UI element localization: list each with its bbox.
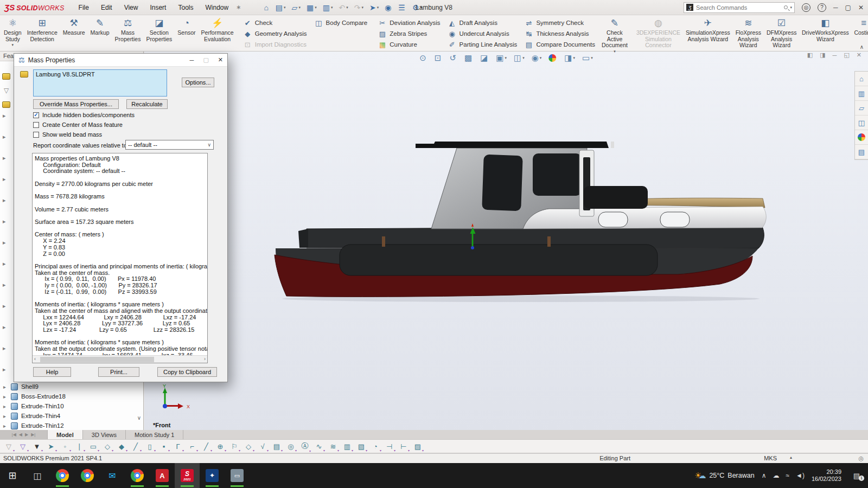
options-button[interactable]: Options... bbox=[182, 78, 214, 87]
expand-arrow-icon[interactable]: ▸ bbox=[3, 324, 6, 330]
check-active-document[interactable]: ✎ Check Active Document ▾ bbox=[599, 17, 630, 54]
filter-icon[interactable]: ▽ bbox=[4, 87, 9, 94]
search-icon[interactable] bbox=[784, 5, 788, 9]
network-icon[interactable]: ≈ bbox=[786, 472, 789, 479]
rebuild[interactable]: ◉ bbox=[385, 3, 392, 12]
expand-arrow-icon[interactable]: ▸ bbox=[3, 384, 8, 390]
dialog-maximize-icon[interactable]: ▢ bbox=[203, 56, 208, 63]
home[interactable]: ⌂ bbox=[264, 3, 269, 12]
checkbox-checked-icon[interactable]: ✓ bbox=[33, 112, 39, 118]
toolbar-icon[interactable]: ╱ bbox=[131, 442, 140, 451]
new-document[interactable]: ▤ ▾ bbox=[276, 3, 286, 12]
weather-widget[interactable]: ☀☁ 25°C Berawan bbox=[694, 471, 755, 480]
toolbar-icon[interactable]: ◇ bbox=[103, 442, 112, 451]
menu-item[interactable]: File bbox=[79, 4, 89, 11]
recalculate-button[interactable]: Recalculate bbox=[126, 99, 168, 109]
toolbar-icon[interactable]: ◔ bbox=[371, 442, 380, 451]
expand-arrow-icon[interactable]: ▸ bbox=[3, 260, 6, 267]
draft-analysis[interactable]: ◭Draft Analysis bbox=[444, 17, 521, 28]
menu-item[interactable]: View bbox=[124, 4, 138, 11]
tree-row[interactable]: ▸ Extrude-Thin10 bbox=[0, 401, 143, 411]
tree-scroll-down-icon[interactable]: ∨ bbox=[137, 415, 141, 421]
toolbar-icon[interactable]: ◇ bbox=[244, 442, 253, 451]
image-viewer-icon[interactable]: ▭ bbox=[225, 463, 250, 488]
toolbar-icon[interactable]: ▽ bbox=[4, 442, 13, 451]
search-commands-box[interactable]: Ʒ ▾ bbox=[684, 2, 795, 13]
design-study[interactable]: ⚛ Design Study ▾ bbox=[1, 17, 24, 48]
coordinate-system-dropdown[interactable]: -- default -- ∨ bbox=[125, 140, 214, 150]
expand-arrow-icon[interactable]: ▸ bbox=[3, 403, 8, 409]
include-hidden-checkbox-row[interactable]: ✓ Include hidden bodies/components bbox=[33, 112, 135, 118]
pane-left-icon[interactable]: ◧ bbox=[807, 52, 813, 59]
units-label[interactable]: MKS bbox=[764, 455, 777, 461]
toolbar-icon[interactable]: ▨ bbox=[413, 442, 422, 451]
selection-box[interactable]: Lambung V8.SLDPRT bbox=[33, 69, 167, 97]
blue-app-icon[interactable]: ✦ bbox=[200, 463, 225, 488]
menu-item[interactable]: Insert bbox=[150, 4, 166, 11]
volume-icon[interactable]: ◄) bbox=[796, 472, 805, 479]
mass-properties[interactable]: ⚖ Mass Properties bbox=[112, 17, 144, 48]
mail-icon[interactable]: ✉ bbox=[100, 463, 125, 488]
toolbar-icon[interactable]: ▪ bbox=[159, 442, 168, 451]
scrollbar-thumb[interactable] bbox=[40, 357, 154, 362]
help-button[interactable]: Help bbox=[33, 367, 71, 377]
geometry-analysis[interactable]: ◆Geometry Analysis bbox=[240, 28, 311, 39]
document-tab[interactable]: Motion Study 1 bbox=[126, 430, 183, 439]
units-caret-icon[interactable]: ▴ bbox=[790, 455, 792, 460]
menu-item[interactable]: Edit bbox=[101, 4, 112, 11]
boat-model[interactable] bbox=[266, 136, 781, 304]
edge-icon[interactable] bbox=[75, 463, 100, 488]
toolbar-icon[interactable]: ◆ bbox=[117, 442, 126, 451]
toolbar-icon[interactable]: ▧ bbox=[357, 442, 366, 451]
toolbar-icon[interactable]: ▥ bbox=[343, 442, 352, 451]
checkbox-unchecked-icon[interactable] bbox=[33, 132, 39, 138]
driveworksxpress-wizard[interactable]: ◧ DriveWorksXpress Wizard bbox=[799, 17, 851, 49]
notification-center-button[interactable]: ▤1 bbox=[848, 472, 865, 480]
menu-item[interactable]: Tools bbox=[178, 4, 193, 11]
scroll-right-icon[interactable]: › bbox=[204, 356, 206, 362]
deviation-analysis[interactable]: ✂Deviation Analysis bbox=[374, 17, 444, 28]
toolbar-icon[interactable]: ▽ bbox=[18, 442, 27, 451]
toolbar-icon[interactable]: ⌐ bbox=[188, 442, 196, 451]
expand-arrow-icon[interactable]: ▸ bbox=[3, 133, 6, 140]
toolbar-icon[interactable]: ◦ bbox=[61, 442, 69, 451]
undo[interactable]: ↶ ▾ bbox=[339, 3, 348, 12]
status-tag-icon[interactable]: ◎ bbox=[858, 455, 864, 462]
weld-bead-checkbox-row[interactable]: Show weld bead mass bbox=[33, 131, 102, 138]
undercut-analysis[interactable]: ◉Undercut Analysis bbox=[444, 28, 521, 39]
toolbar-icon[interactable]: ≋ bbox=[329, 442, 337, 451]
expand-arrow-icon[interactable]: ▸ bbox=[3, 176, 6, 182]
toolbar-icon[interactable]: ⊕ bbox=[216, 442, 225, 451]
graphics-viewport[interactable]: ⊙ ⊡ ↺ ▩ bbox=[144, 52, 868, 430]
dialog-minimize-icon[interactable]: ─ bbox=[190, 57, 194, 63]
tab-navigation-buttons[interactable]: |◀◀▶▶| bbox=[0, 430, 48, 439]
file-explorer-taskbar-icon[interactable] bbox=[50, 463, 75, 488]
task-view-button[interactable]: ◫ bbox=[25, 463, 50, 488]
check[interactable]: ✔Check bbox=[240, 17, 311, 28]
horizontal-scrollbar[interactable]: ‹ › bbox=[33, 355, 207, 363]
compare-documents[interactable]: ▤Compare Documents bbox=[521, 39, 599, 50]
symmetry-check[interactable]: ⇌Symmetry Check bbox=[521, 17, 599, 28]
open[interactable]: ▱ ▾ bbox=[292, 3, 301, 12]
toolbar-icon[interactable]: ▼ bbox=[33, 442, 41, 451]
thickness-analysis[interactable]: ↹Thickness Analysis bbox=[521, 28, 599, 39]
dialog-title-bar[interactable]: ⚖ Mass Properties ─ ▢ ✕ bbox=[14, 54, 227, 67]
expand-arrow-icon[interactable]: ▸ bbox=[3, 218, 6, 224]
toolbar-icon[interactable]: Ⓐ bbox=[301, 441, 309, 451]
floxpress-analysis-wizard[interactable]: ≋ FloXpress Analysis Wizard bbox=[733, 17, 764, 49]
print-button[interactable]: Print... bbox=[98, 367, 139, 377]
minimize-app-icon[interactable]: ─ bbox=[833, 4, 838, 11]
restore-window-icon[interactable]: ◱ bbox=[844, 52, 849, 59]
expand-arrow-icon[interactable]: ▸ bbox=[3, 239, 6, 246]
file-properties[interactable]: ☰ bbox=[398, 3, 406, 12]
pin-icon[interactable]: ∗ bbox=[236, 4, 241, 11]
expand-arrow-icon[interactable]: ▸ bbox=[3, 155, 6, 161]
document-tab[interactable]: Model bbox=[48, 430, 83, 439]
toolbar-icon[interactable]: ▯ bbox=[145, 442, 154, 451]
expand-arrow-icon[interactable]: ▸ bbox=[3, 112, 6, 119]
expand-arrow-icon[interactable]: ▸ bbox=[3, 197, 6, 203]
search-dropdown-icon[interactable]: ▾ bbox=[790, 5, 793, 10]
dfmxpress-analysis-wizard[interactable]: ☑ DFMXpress Analysis Wizard bbox=[764, 17, 799, 49]
toolbar-icon[interactable]: ∿ bbox=[315, 442, 323, 451]
toolbar-icon[interactable]: ⚐ bbox=[230, 442, 239, 451]
